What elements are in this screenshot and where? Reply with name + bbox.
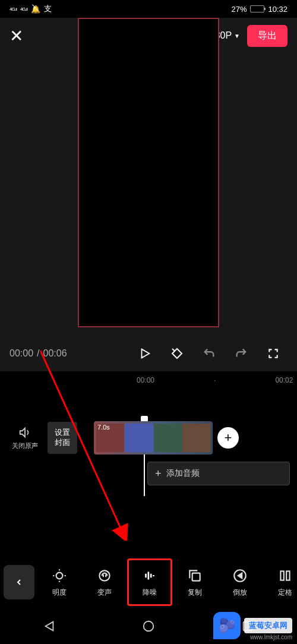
clip-duration: 7.0s bbox=[97, 424, 110, 431]
svg-point-4 bbox=[56, 572, 63, 579]
add-clip-button[interactable]: + bbox=[217, 427, 239, 449]
add-audio-label: 添加音频 bbox=[166, 468, 200, 479]
current-time: 00:00 bbox=[10, 348, 33, 359]
tool-brightness[interactable]: 明度 bbox=[37, 558, 82, 606]
signal-2: 4G.ıl bbox=[20, 7, 27, 12]
tool-label: 变声 bbox=[97, 588, 112, 598]
status-bar: 4G.ıl 4G.ıl 🔔 支 27% 10:32 bbox=[0, 0, 297, 18]
play-button[interactable] bbox=[131, 339, 159, 368]
tool-label: 降噪 bbox=[143, 588, 157, 598]
tool-label: 倒放 bbox=[233, 588, 247, 598]
tool-freeze[interactable]: 定格 bbox=[263, 558, 293, 606]
plus-icon: + bbox=[155, 468, 162, 480]
watermark-badge bbox=[213, 612, 241, 639]
signal-1: 4G.ıl bbox=[10, 7, 17, 12]
svg-rect-10 bbox=[192, 573, 200, 580]
tool-bar: 明度 变声 降噪 复制 倒放 定格 bbox=[0, 556, 297, 608]
player-controls: 00:00/00:06 bbox=[0, 336, 297, 371]
status-right: 27% 10:32 bbox=[231, 5, 287, 14]
noise-icon bbox=[141, 567, 158, 584]
tool-label: 复制 bbox=[188, 588, 202, 598]
undo-button[interactable] bbox=[195, 339, 223, 368]
set-cover-button[interactable]: 设置 封面 bbox=[48, 422, 77, 454]
alipay-icon: 支 bbox=[44, 4, 52, 14]
time-marker: 00:02 bbox=[275, 376, 293, 384]
watermark-text: 蓝莓安卓网 bbox=[244, 618, 292, 633]
clip-thumb bbox=[182, 424, 210, 452]
tool-label: 定格 bbox=[278, 588, 292, 598]
tool-noise-reduction[interactable]: 降噪 bbox=[127, 558, 172, 606]
export-button[interactable]: 导出 bbox=[247, 25, 287, 47]
video-clip[interactable]: 7.0s bbox=[94, 421, 213, 454]
svg-marker-12 bbox=[238, 573, 242, 578]
freeze-icon bbox=[277, 567, 293, 584]
tool-label: 明度 bbox=[52, 588, 67, 598]
nav-back[interactable] bbox=[41, 618, 58, 634]
battery-text: 27% bbox=[231, 5, 247, 14]
brightness-icon bbox=[51, 567, 68, 584]
svg-point-5 bbox=[99, 570, 109, 580]
close-button[interactable]: ✕ bbox=[10, 26, 23, 46]
svg-marker-0 bbox=[142, 349, 150, 358]
mute-label: 关闭原声 bbox=[12, 441, 38, 450]
watermark: 蓝莓安卓网 www.lmkjst.com bbox=[213, 612, 292, 639]
keyframe-button[interactable] bbox=[163, 339, 191, 368]
svg-rect-14 bbox=[286, 571, 289, 580]
svg-rect-13 bbox=[280, 571, 283, 580]
svg-line-1 bbox=[172, 349, 175, 351]
tool-reverse[interactable]: 倒放 bbox=[217, 558, 263, 606]
back-button[interactable] bbox=[4, 565, 34, 599]
timeline-ruler: 00:00 · 00:02 bbox=[0, 371, 297, 389]
tool-copy[interactable]: 复制 bbox=[172, 558, 217, 606]
mute-icon: 🔔 bbox=[31, 5, 40, 14]
clip-thumb bbox=[154, 424, 182, 452]
video-frame bbox=[78, 18, 219, 327]
battery-icon bbox=[250, 5, 264, 12]
clock: 10:32 bbox=[268, 5, 287, 14]
fullscreen-button[interactable] bbox=[259, 339, 287, 368]
video-preview[interactable] bbox=[0, 53, 297, 336]
reverse-icon bbox=[232, 567, 248, 584]
nav-home[interactable] bbox=[140, 618, 157, 634]
redo-button[interactable] bbox=[227, 339, 255, 368]
status-left: 4G.ıl 4G.ıl 🔔 支 bbox=[10, 4, 52, 14]
clip-thumb bbox=[125, 424, 153, 452]
total-time: 00:06 bbox=[43, 348, 67, 359]
mute-original-button[interactable]: 关闭原声 bbox=[7, 426, 43, 450]
voice-icon bbox=[96, 567, 113, 584]
time-dot: · bbox=[214, 376, 216, 384]
timeline[interactable]: 关闭原声 设置 封面 7.0s + + 添加音频 bbox=[0, 419, 297, 535]
copy-icon bbox=[187, 567, 203, 584]
svg-point-15 bbox=[144, 621, 154, 632]
time-marker: 00:00 bbox=[137, 376, 154, 384]
chevron-down-icon: ▼ bbox=[234, 33, 240, 39]
watermark-url: www.lmkjst.com bbox=[250, 634, 292, 640]
tool-voice[interactable]: 变声 bbox=[82, 558, 127, 606]
add-audio-button[interactable]: + 添加音频 bbox=[147, 462, 290, 485]
